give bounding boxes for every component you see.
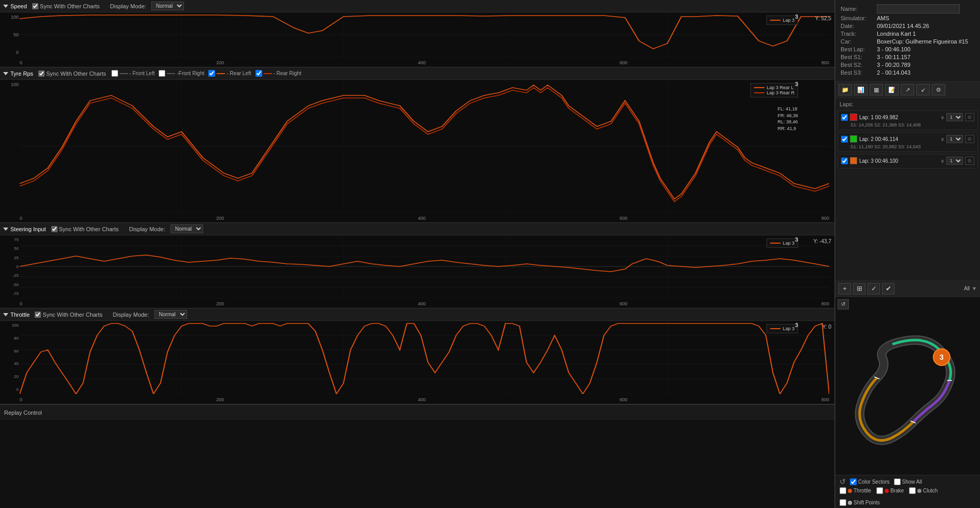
throttle-legend: Lap 3 (766, 324, 798, 333)
steering-expand-icon[interactable] (3, 228, 8, 231)
replay-bar: Replay Control (0, 404, 834, 420)
brake-legend-item[interactable]: Brake (876, 487, 904, 494)
best-lap-row: Best Lap: 3 - 00:46.100 (841, 46, 975, 52)
arrow-in-button[interactable]: ↙ (916, 84, 930, 95)
note-button[interactable]: 📝 (885, 84, 899, 95)
steering-lap-num: 3 (795, 236, 798, 243)
tyre-legend-header: - Front Left -Front Right - Rear Left - … (111, 69, 302, 78)
color-sectors-row: ↺ Color Sectors Show All (840, 477, 976, 486)
shift-points-legend-item[interactable]: Shift Points (840, 499, 880, 506)
steering-header: Steering Input Sync With Other Charts Di… (0, 223, 834, 235)
throttle-svg (20, 321, 829, 394)
show-all-checkbox[interactable] (894, 478, 901, 485)
lap-3-driver-select[interactable]: 1 (946, 157, 963, 165)
lap-2-chevron-icon: ∨ (941, 136, 944, 142)
tyre-legend: Lap 3 Rear L Lap 3 Rear R (750, 83, 798, 97)
chart-button[interactable]: 📊 (854, 84, 868, 95)
sidebar-bottom: ↺ Color Sectors Show All Throttle Brake (835, 475, 980, 508)
steering-panel: Steering Input Sync With Other Charts Di… (0, 223, 834, 308)
lap-3-name: Lap: 3 00:46.100 (859, 158, 939, 164)
steering-title-label: Steering Input (10, 226, 46, 232)
lap-item-1: Lap: 1 00:49.982 ∨ 1 ⊙ S1: 14,206 S2: 21… (837, 110, 978, 130)
folder-button[interactable]: 📁 (839, 84, 852, 95)
speed-display-mode[interactable]: Normal (151, 2, 184, 10)
speed-legend: Lap 3 (766, 16, 798, 25)
lap-1-checkbox[interactable] (841, 114, 848, 121)
steering-x-axis: 0200400600800 (20, 299, 829, 308)
speed-panel: Speed Sync With Other Charts Display Mod… (0, 0, 834, 67)
speed-title-label: Speed (10, 3, 27, 9)
throttle-display-mode[interactable]: Normal (154, 310, 187, 319)
main-area: Speed Sync With Other Charts Display Mod… (0, 0, 835, 508)
lap-1-settings-btn[interactable]: ⊙ (965, 113, 974, 121)
speed-x-axis: 0200400600800 (20, 58, 829, 67)
map-refresh-button[interactable]: ↺ (837, 299, 849, 309)
tyre-sync-checkbox[interactable]: Sync With Other Charts (38, 70, 106, 77)
replay-label: Replay Control (4, 410, 42, 416)
table-button[interactable]: ▦ (870, 84, 883, 95)
lap-2-driver-select[interactable]: 1 (946, 135, 963, 143)
steering-display-mode[interactable]: Normal (171, 224, 203, 233)
steering-chart-body: 7550250-25-50-75 (0, 235, 834, 308)
laps-section: Laps: Lap: 1 00:49.982 ∨ 1 ⊙ S1: 14,206 … (835, 98, 980, 280)
gear-button[interactable]: ⚙ (932, 84, 945, 95)
bottom-legend: Throttle Brake Clutch Shift Points (840, 487, 976, 506)
steering-sync-checkbox[interactable]: Sync With Other Charts (51, 226, 119, 232)
map-area: ↺ 3 (835, 297, 980, 475)
tyre-title: Tyre Rps (3, 70, 33, 77)
add-button[interactable]: + (839, 283, 851, 294)
speed-lap-num: 3 (795, 13, 798, 20)
grid-button[interactable]: ⊞ (853, 283, 865, 294)
arrow-out-button[interactable]: ↗ (901, 84, 914, 95)
date-row: Date: 09/01/2021 14.45.26 (841, 23, 975, 29)
lap-1-driver-select[interactable]: 1 (946, 113, 963, 121)
speed-expand-icon[interactable] (3, 5, 8, 8)
show-all-checkbox-label[interactable]: Show All (894, 478, 922, 485)
speed-y-axis: 100 50 0 (0, 12, 20, 57)
refresh-icon[interactable]: ↺ (840, 477, 846, 486)
clutch-legend-item[interactable]: Clutch (909, 487, 938, 494)
throttle-panel: Throttle Sync With Other Charts Display … (0, 308, 834, 404)
speed-svg (20, 12, 829, 57)
check2-button[interactable]: ✔ (882, 283, 894, 294)
throttle-canvas (20, 321, 829, 394)
add-toolbar: + ⊞ ✓ ✔ All ▼ (835, 280, 980, 297)
color-sectors-checkbox[interactable] (850, 478, 857, 485)
tyre-chart-body: 100 (0, 80, 834, 223)
speed-chart-body: 100 50 0 (0, 12, 834, 67)
name-row: Name: (841, 4, 975, 13)
steering-canvas (20, 235, 829, 298)
lap-2-name: Lap: 2 00:46.114 (859, 136, 939, 142)
throttle-title: Throttle (3, 312, 30, 318)
tyre-header: Tyre Rps Sync With Other Charts - Front … (0, 67, 834, 80)
throttle-x-axis: 0200400600800 (20, 395, 829, 404)
steering-legend: Lap 3 (766, 238, 798, 248)
throttle-y-axis: 100806040200 (0, 321, 20, 394)
lap-1-row: Lap: 1 00:49.982 ∨ 1 ⊙ (841, 113, 974, 121)
lap-2-settings-btn[interactable]: ⊙ (965, 135, 974, 143)
sidebar: Name: Simulator: AMS Date: 09/01/2021 14… (835, 0, 980, 508)
lap-2-checkbox[interactable] (841, 136, 848, 143)
name-input[interactable] (877, 4, 960, 13)
lap-3-checkbox[interactable] (841, 158, 848, 164)
color-sectors-checkbox-label[interactable]: Color Sectors (850, 478, 890, 485)
speed-sync-checkbox[interactable]: Sync With Other Charts (32, 3, 100, 9)
throttle-chart-body: 100806040200 (0, 321, 834, 404)
lap-3-chevron-icon: ∨ (941, 158, 944, 164)
throttle-sync-checkbox[interactable]: Sync With Other Charts (35, 312, 103, 318)
throttle-expand-icon[interactable] (3, 313, 8, 316)
steering-y-coord: Y: -43,7 (814, 238, 831, 244)
throttle-title-label: Throttle (10, 312, 30, 318)
tyre-expand-icon[interactable] (3, 72, 8, 75)
lap-3-row: Lap: 3 00:46.100 ∨ 1 ⊙ (841, 157, 974, 165)
steering-svg (20, 235, 829, 298)
lap-1-sectors: S1: 14,206 S2: 21,368 S3: 14,408 (841, 122, 974, 128)
lap-2-row: Lap: 2 00:46.114 ∨ 1 ⊙ (841, 135, 974, 143)
throttle-legend-item[interactable]: Throttle (840, 487, 871, 494)
throttle-y-coord: Y: 0 (822, 324, 831, 330)
lap-item-3: Lap: 3 00:46.100 ∨ 1 ⊙ (837, 154, 978, 168)
lap-3-settings-btn[interactable]: ⊙ (965, 157, 974, 165)
speed-title: Speed (3, 3, 27, 9)
tyre-y-axis: 100 (0, 80, 20, 213)
check-button[interactable]: ✓ (868, 283, 880, 294)
